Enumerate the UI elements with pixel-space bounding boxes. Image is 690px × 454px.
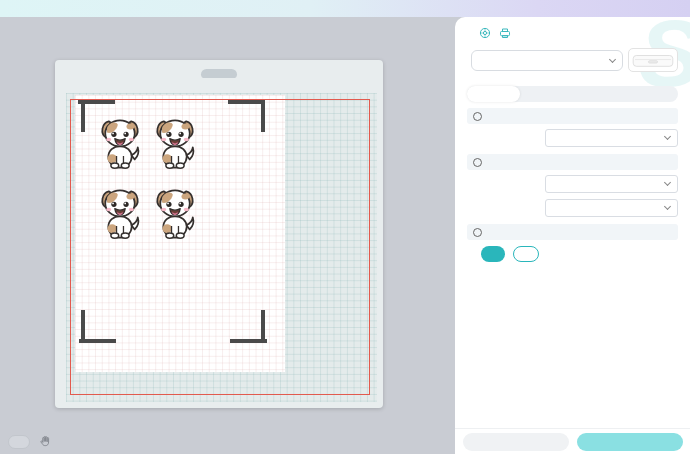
mat-size-row xyxy=(467,175,678,193)
printer-icon[interactable] xyxy=(499,27,511,39)
section-mode-header xyxy=(467,108,678,124)
machine-icon xyxy=(631,51,675,69)
section-material-header xyxy=(467,154,678,170)
mat-notch xyxy=(201,69,237,78)
printed-button[interactable] xyxy=(513,246,539,262)
device-select[interactable] xyxy=(471,50,623,71)
panel-footer xyxy=(455,428,690,454)
device-image-button[interactable] xyxy=(628,48,678,72)
dog-sticker xyxy=(94,114,146,172)
tab-foil[interactable] xyxy=(573,86,626,102)
dog-sticker xyxy=(94,184,146,242)
mode-selection-row xyxy=(467,129,678,147)
registration-mark xyxy=(79,339,116,343)
start-printing-button[interactable] xyxy=(481,246,505,262)
section-print-header xyxy=(467,224,678,240)
print-buttons-row xyxy=(481,246,539,262)
section-number-badge xyxy=(473,228,482,237)
registration-mark xyxy=(230,339,267,343)
device-panel: S xyxy=(455,17,690,454)
registration-mark xyxy=(261,104,265,132)
tab-bar xyxy=(467,86,678,102)
dog-sticker xyxy=(149,184,201,242)
section-number-badge xyxy=(473,112,482,121)
tab-score[interactable] xyxy=(520,86,573,102)
cancel-button[interactable] xyxy=(463,433,569,451)
zoom-bar xyxy=(8,434,53,449)
registration-mark xyxy=(81,104,85,132)
add-to-task-button[interactable] xyxy=(577,433,683,451)
chevron-down-icon xyxy=(609,55,616,62)
title-bar xyxy=(0,0,690,17)
app-window: S xyxy=(0,0,690,454)
chevron-down-icon xyxy=(664,203,671,210)
material-size-row xyxy=(467,199,678,217)
pan-tool-button[interactable] xyxy=(38,434,53,449)
chevron-down-icon xyxy=(664,133,671,140)
ruler-top xyxy=(55,82,383,91)
settings-icon[interactable] xyxy=(479,27,491,39)
registration-mark xyxy=(228,100,265,104)
hand-icon xyxy=(39,435,52,448)
ruler-left xyxy=(56,60,65,408)
canvas-workspace[interactable] xyxy=(0,17,455,454)
cutting-mat xyxy=(55,60,383,408)
mat-size-select[interactable] xyxy=(545,175,678,193)
my-device-header xyxy=(471,27,511,39)
zoom-control xyxy=(8,435,30,449)
material-size-select[interactable] xyxy=(545,199,678,217)
mode-selection-select[interactable] xyxy=(545,129,678,147)
tab-draw[interactable] xyxy=(625,86,678,102)
section-number-badge xyxy=(473,158,482,167)
dog-sticker xyxy=(149,114,201,172)
chevron-down-icon xyxy=(664,179,671,186)
tab-cut[interactable] xyxy=(467,86,520,102)
window-controls xyxy=(620,0,684,17)
